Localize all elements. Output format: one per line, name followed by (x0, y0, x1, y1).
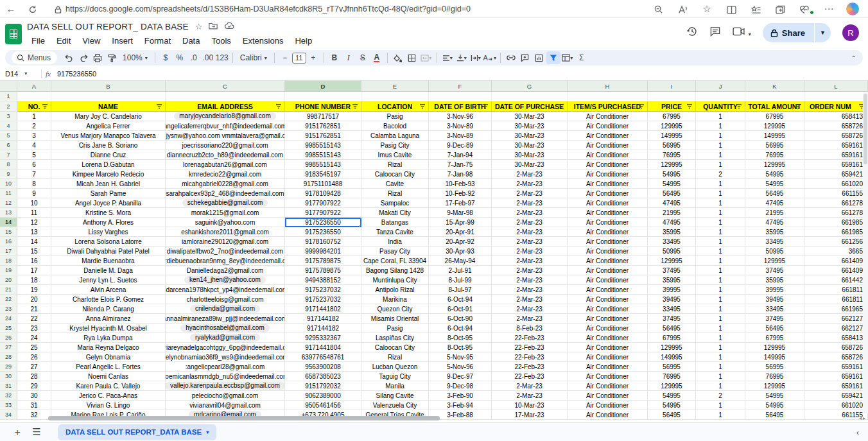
cell-A9[interactable]: 7 (17, 169, 51, 179)
cell-J33[interactable]: 1 (696, 401, 745, 410)
header-cell-L2[interactable]: ORDER NUM (804, 101, 868, 112)
cell-K10[interactable]: 54995 (745, 179, 804, 189)
cell-E31[interactable]: Manila (361, 381, 429, 391)
cell-G4[interactable]: 30-Mar-23 (492, 121, 568, 131)
cell-D19[interactable]: 9175789875 (285, 266, 361, 275)
borders-button[interactable] (405, 51, 419, 64)
cell-C26[interactable]: ryalykad@gmail.com (166, 333, 285, 343)
row-header-28[interactable]: 28 (0, 352, 17, 362)
text-wrap-button[interactable]: ▾ (469, 51, 483, 64)
cell-G20[interactable]: 2-Mar-23 (492, 275, 568, 285)
cell-B26[interactable]: Rya Lyka Dumpa (51, 333, 166, 343)
all-sheets-button[interactable]: ☰ (27, 426, 46, 438)
cell-A15[interactable]: 13 (17, 227, 51, 237)
cell-I24[interactable]: 37495 (648, 314, 696, 324)
split-screen-icon[interactable] (719, 3, 743, 14)
row-header-16[interactable]: 16 (0, 237, 17, 246)
cell-C10[interactable]: micahgabriel0228@gmail.com (166, 179, 285, 189)
column-header-D[interactable]: D (285, 81, 361, 92)
cell-D28[interactable]: 639776548761 (285, 352, 361, 362)
cell-K30[interactable]: 76995 (745, 372, 804, 381)
cell-E19[interactable]: Bagong Silang 1428 (361, 266, 429, 275)
cell-D26[interactable]: 9295332367 (285, 333, 361, 343)
cell-D11[interactable]: 9178109428 (285, 189, 361, 198)
cell-G18[interactable]: 2-Mar-23 (492, 256, 568, 266)
copilot-icon[interactable] (846, 3, 859, 15)
comments-icon[interactable] (709, 26, 721, 39)
cell-L8[interactable]: 659161 (804, 160, 868, 169)
cell-A12[interactable]: 10 (17, 198, 51, 208)
cell-A17[interactable]: 15 (17, 246, 51, 256)
cell-G28[interactable]: 22-Feb-23 (492, 352, 568, 362)
cell-L21[interactable]: 661811 (804, 285, 868, 295)
cell-I20[interactable]: 35995 (648, 275, 696, 285)
cell-I31[interactable]: 129995 (648, 381, 696, 391)
cell-B5[interactable]: Venus Marjory Manapco Talavera (51, 131, 166, 141)
cell-A29[interactable]: 27 (17, 362, 51, 372)
cell-A4[interactable]: 2 (17, 121, 51, 131)
cell-G23[interactable]: 2-Mar-23 (492, 304, 568, 314)
cell-C23[interactable]: cnilenda@gmail.com (166, 304, 285, 314)
row-header-3[interactable]: 3 (0, 112, 17, 121)
cell-D32[interactable]: 9062389000 (285, 391, 361, 401)
cell-A13[interactable]: 11 (17, 208, 51, 218)
cell-H8[interactable]: Air Conditioner (568, 160, 648, 169)
column-header-C[interactable]: C (166, 81, 285, 92)
email-chip[interactable]: maryjoycandelario8@gmail.com (174, 112, 275, 120)
cell-E28[interactable]: Rizal (361, 352, 429, 362)
cell-G13[interactable]: 2-Mar-23 (492, 208, 568, 218)
cell-K4[interactable]: 129995 (745, 121, 804, 131)
cell-J28[interactable]: 1 (696, 352, 745, 362)
column-filter-icon[interactable] (275, 103, 282, 109)
cell-I21[interactable]: 39995 (648, 285, 696, 295)
cell-G7[interactable]: 30-Mar-23 (492, 150, 568, 160)
cell-A20[interactable]: 18 (17, 275, 51, 285)
cell-E4[interactable]: Bacolod (361, 121, 429, 131)
cell-D16[interactable]: 9178160752 (285, 237, 361, 246)
column-filter-icon[interactable] (558, 103, 564, 109)
cell-J19[interactable]: 1 (696, 266, 745, 275)
column-header-F[interactable]: F (429, 81, 492, 92)
print-icon[interactable] (91, 51, 105, 64)
cell-E6[interactable]: Pasig City (361, 141, 429, 150)
zoom-select[interactable]: 100%▾ (119, 53, 152, 62)
header-cell-K2[interactable]: TOTAL AMOUNT (745, 101, 804, 112)
cell-F12[interactable]: 17-Feb-97 (429, 198, 492, 208)
row-header-21[interactable]: 21 (0, 285, 17, 295)
cell-E24[interactable]: Misamis Oriental (361, 314, 429, 324)
cell-J11[interactable]: 1 (696, 189, 745, 198)
cell-F10[interactable]: 10-Feb-93 (429, 179, 492, 189)
cell-G9[interactable]: 2-Mar-23 (492, 169, 568, 179)
cell-B3[interactable]: Mary Joy C. Candelario (51, 112, 166, 121)
collapse-panel-icon[interactable]: ‹ (856, 428, 859, 437)
cell-K33[interactable]: 54995 (745, 401, 804, 410)
cell-H23[interactable]: Air Conditioner (568, 304, 648, 314)
cell-I11[interactable]: 56495 (648, 189, 696, 198)
cell-G19[interactable]: 2-Mar-23 (492, 266, 568, 275)
cell-D27[interactable]: 9171441804 (285, 343, 361, 352)
cell-I10[interactable]: 54995 (648, 179, 696, 189)
column-header-J[interactable]: J (696, 81, 745, 92)
cell-A24[interactable]: 22 (17, 314, 51, 324)
column-header-G[interactable]: G (492, 81, 568, 92)
cell-A31[interactable]: 29 (17, 381, 51, 391)
row-header-15[interactable]: 15 (0, 227, 17, 237)
cell-G12[interactable]: 2-Mar-23 (492, 198, 568, 208)
cell-K28[interactable]: 149995 (745, 352, 804, 362)
cell-L15[interactable]: 661985 (804, 227, 868, 237)
select-all-corner[interactable] (0, 81, 17, 92)
cell-J24[interactable]: 1 (696, 314, 745, 324)
column-filter-icon[interactable] (42, 103, 48, 109)
cell-B22[interactable]: Charlotte Elois P. Gomez (51, 295, 166, 304)
cell-A23[interactable]: 21 (17, 304, 51, 314)
cell-E15[interactable]: Tanza Cavite (361, 227, 429, 237)
cell-D30[interactable]: 6587385023 (285, 372, 361, 381)
cell-H5[interactable]: Air Conditioner (568, 131, 648, 141)
cell-F14[interactable]: 15-Apr-99 (429, 218, 492, 227)
row-header-13[interactable]: 13 (0, 208, 17, 218)
favorite-star-icon[interactable]: ☆ (695, 3, 719, 15)
cell-C3[interactable]: maryjoycandelario8@gmail.com (166, 112, 285, 121)
cell-A16[interactable]: 14 (17, 237, 51, 246)
cell-F18[interactable]: 26-May-94 (429, 256, 492, 266)
cell-G27[interactable]: 22-Feb-23 (492, 343, 568, 352)
